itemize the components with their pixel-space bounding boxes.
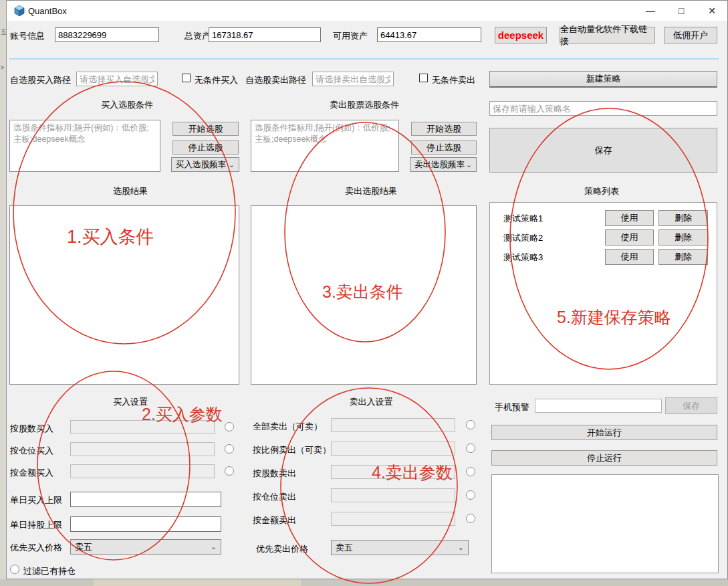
phone-alert-label: 手机预警 [495,401,529,413]
background-glyph: > [1,64,4,71]
phone-alert-input[interactable] [535,399,662,413]
sell-result-title: 卖出选股结果 [291,185,451,197]
buy-path-label: 自选股买入路径 [10,74,71,86]
use-strategy-button[interactable]: 使用 [605,249,654,265]
log-output-box[interactable] [491,474,719,573]
stop-run-button[interactable]: 停止运行 [491,450,717,466]
strategy-name: 测试策略2 [503,232,543,244]
buy-condition-title: 买入选股条件 [47,99,207,111]
buy-stop-select-button[interactable]: 停止选股 [172,140,239,155]
minimize-button[interactable]: — [635,1,666,21]
sell-all-label: 全部卖出（可卖） [253,421,322,433]
daily-buy-limit-input[interactable] [70,492,221,507]
account-info-label: 账号信息 [10,30,45,42]
deepseek-button[interactable]: deepseek [495,27,547,43]
strategy-name-input[interactable] [489,101,717,116]
chevron-down-icon: ⌄ [458,543,464,552]
download-link-button[interactable]: 全自动量化软件下载链接 [560,27,655,43]
open-account-button[interactable]: 低佣开户 [664,27,717,43]
annotation-sell-condition: 3.卖出条件 [322,281,403,303]
window-title: QuantBox [28,6,67,16]
priority-sell-price-value: 卖五 [336,542,353,554]
priority-sell-price-label: 优先卖出价格 [256,543,308,555]
sell-by-shares-radio[interactable] [466,467,475,476]
daily-hold-limit-input[interactable] [70,516,221,532]
strategy-name: 测试策略1 [503,213,543,225]
strategy-name: 测试策略3 [503,252,543,264]
sell-all-radio[interactable] [466,420,475,429]
account-info-input[interactable] [55,27,159,42]
unconditional-sell-checkbox[interactable] [419,74,428,82]
sell-by-ratio-label: 按比例卖出（可卖） [253,444,331,456]
delete-strategy-button[interactable]: 删除 [658,210,708,226]
buy-by-position-label: 按仓位买入 [10,445,53,457]
available-assets-input[interactable] [377,27,481,42]
new-strategy-button[interactable]: 新建策略 [489,71,717,88]
titlebar: QuantBox — □ ✕ [7,1,727,21]
chevron-down-icon: ⌄ [229,161,235,169]
sell-by-shares-label: 按股数卖出 [253,468,296,480]
close-button[interactable]: ✕ [697,1,727,21]
sell-condition-textarea[interactable] [251,120,399,172]
sell-path-input[interactable] [312,72,394,86]
priority-buy-price-select[interactable]: 卖五 ⌄ [70,539,221,555]
buy-condition-textarea[interactable] [9,120,160,172]
strategy-row: 测试策略2 使用 删除 [490,229,717,246]
total-assets-label: 总资产 [185,30,211,42]
page: 五 > QuantBox — □ ✕ 账号信息 总资产 [0,0,728,586]
priority-sell-price-select[interactable]: 卖五 ⌄ [331,540,469,555]
unconditional-sell-label: 无条件卖出 [432,74,475,86]
buy-by-position-radio[interactable] [225,444,234,454]
buy-by-amount-radio[interactable] [225,466,234,476]
sell-by-position-input[interactable] [331,488,455,502]
priority-buy-price-value: 卖五 [75,541,92,553]
sell-frequency-select[interactable]: 卖出选股频率 ⌄ [410,157,477,172]
sell-by-position-label: 按仓位卖出 [253,491,296,503]
deepseek-label: deepseek [498,29,543,41]
unconditional-buy-checkbox[interactable] [182,74,191,82]
save-strategy-button[interactable]: 保存 [489,128,717,173]
use-strategy-button[interactable]: 使用 [605,210,654,226]
divider [9,58,719,60]
annotation-sell-params: 4.卖出参数 [372,462,453,484]
maximize-button[interactable]: □ [666,1,697,21]
strategy-list-panel: 测试策略1 使用 删除 测试策略2 使用 删除 测试策略3 使用 删除 [489,202,717,385]
sell-by-ratio-radio[interactable] [466,444,475,453]
sell-by-ratio-input[interactable] [331,442,455,456]
background-window-bottom-accent [94,579,301,586]
filter-holdings-radio[interactable] [10,565,19,574]
sell-start-select-button[interactable]: 开始选股 [411,122,477,136]
sell-frequency-value: 卖出选股频率 [414,159,465,171]
sell-by-amount-label: 按金额卖出 [253,514,296,526]
strategy-row: 测试策略3 使用 删除 [490,249,717,265]
buy-by-position-input[interactable] [70,442,215,456]
buy-by-amount-input[interactable] [70,464,215,478]
chevron-down-icon: ⌄ [466,161,472,169]
annotation-buy-condition: 1.买入条件 [67,225,154,249]
total-assets-input[interactable] [209,27,321,42]
sell-all-input[interactable] [331,418,455,432]
delete-strategy-button[interactable]: 删除 [658,229,708,246]
use-strategy-button[interactable]: 使用 [605,229,654,246]
buy-start-select-button[interactable]: 开始选股 [172,122,239,136]
buy-frequency-select[interactable]: 买入选股频率 ⌄ [171,157,239,172]
buy-result-title: 选股结果 [57,185,204,197]
sell-stop-select-button[interactable]: 停止选股 [411,140,477,155]
buy-path-input[interactable] [76,72,158,86]
sell-by-amount-input[interactable] [331,512,455,526]
annotation-buy-params: 2.买入参数 [142,403,223,425]
app-icon [13,5,25,17]
sell-by-amount-radio[interactable] [466,514,475,523]
phone-alert-save-button[interactable]: 保存 [665,397,717,414]
delete-strategy-button[interactable]: 删除 [658,249,708,265]
sell-condition-title: 卖出股票选股条件 [284,99,445,111]
daily-hold-limit-label: 单日持股上限 [10,519,62,531]
buy-frequency-value: 买入选股频率 [176,159,226,171]
background-window-strip: 五 > [0,0,7,586]
buy-by-amount-label: 按金额买入 [10,467,53,479]
sell-by-position-radio[interactable] [466,490,475,500]
start-run-button[interactable]: 开始运行 [491,425,717,440]
priority-buy-price-label: 优先买入价格 [10,542,62,554]
buy-by-shares-radio[interactable] [225,422,234,431]
window-controls: — □ ✕ [635,1,727,21]
